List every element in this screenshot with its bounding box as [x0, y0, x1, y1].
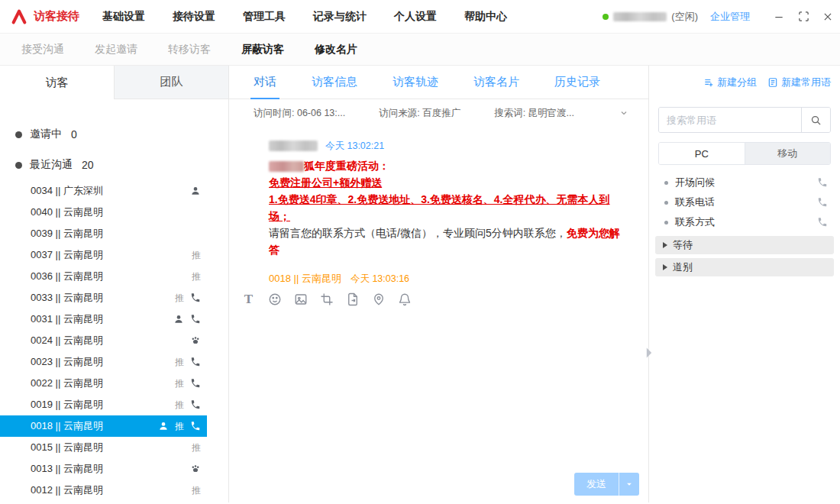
send-options-caret[interactable]	[619, 473, 639, 496]
emoji-icon[interactable]	[267, 292, 282, 307]
visitor-row[interactable]: 0040 || 云南昆明	[0, 202, 207, 223]
new-group-link[interactable]: 新建分组	[703, 76, 757, 89]
quick-send-phone-icon[interactable]	[817, 217, 828, 228]
chevron-down-icon[interactable]	[619, 108, 628, 118]
visitor-row[interactable]: 0019 || 云南昆明 推	[0, 394, 207, 415]
phrase-item[interactable]: 联系电话	[649, 192, 840, 212]
maximize-button[interactable]	[791, 5, 816, 29]
visitor-row[interactable]: 0022 || 云南昆明 推	[0, 373, 207, 394]
location-icon[interactable]	[371, 292, 386, 307]
visitor-row[interactable]: 0013 || 云南昆明	[0, 458, 207, 480]
person-icon	[190, 186, 201, 196]
new-phrase-link[interactable]: 新建常用语	[767, 76, 831, 89]
tab-visitor-info[interactable]: 访客信息	[312, 66, 357, 99]
phrase-item[interactable]: 开场问候	[649, 173, 840, 192]
tab-pc[interactable]: PC	[659, 143, 745, 164]
visitor-row[interactable]: 0024 || 云南昆明	[0, 330, 207, 351]
message-input[interactable]	[229, 313, 648, 466]
visitor-row[interactable]: 0037 || 云南昆明 推	[0, 244, 207, 266]
visitor-label: 0036 || 云南昆明	[31, 270, 186, 283]
category-recent[interactable]: 最近沟通 20	[0, 150, 207, 180]
phrase-group-waiting[interactable]: 等待	[655, 236, 834, 254]
phrase-group-farewell[interactable]: 道别	[655, 258, 834, 276]
screenshot-icon[interactable]	[319, 292, 334, 307]
visitor-row[interactable]: 0034 || 广东深圳	[0, 180, 207, 202]
send-button[interactable]: 发送	[574, 473, 619, 496]
action-toolbar: 接受沟通 发起邀请 转移访客 屏蔽访客 修改名片	[0, 34, 840, 66]
tab-history[interactable]: 历史记录	[554, 66, 600, 99]
push-badge: 推	[192, 249, 201, 262]
tab-conversation[interactable]: 对话	[254, 66, 276, 99]
push-badge: 推	[192, 484, 201, 497]
phone-icon	[190, 357, 201, 367]
agent-status[interactable]: (空闲)	[603, 10, 698, 24]
edit-card-button[interactable]: 修改名片	[315, 43, 357, 57]
visitor-row[interactable]: 0031 || 云南昆明	[0, 309, 207, 330]
nav-personal-settings[interactable]: 个人设置	[394, 10, 437, 24]
quick-send-phone-icon[interactable]	[817, 197, 828, 208]
visitor-row[interactable]: 0039 || 云南昆明	[0, 223, 207, 244]
transfer-visitor-button[interactable]: 转移访客	[168, 43, 211, 57]
visitor-row[interactable]: 0033 || 云南昆明 推	[0, 287, 207, 309]
quick-reply-panel: 新建分组 新建常用语 PC 移动 开场问候	[649, 66, 840, 502]
message-header: 今天 13:02:21	[269, 137, 625, 154]
chat-tabs: 对话 访客信息 访客轨迹 访客名片 历史记录	[229, 66, 648, 99]
nav-help-center[interactable]: 帮助中心	[464, 10, 507, 24]
nav-basic-settings[interactable]: 基础设置	[102, 10, 145, 24]
minimize-button[interactable]	[767, 5, 791, 29]
phone-icon	[190, 292, 201, 303]
push-badge: 推	[192, 441, 201, 454]
visitor-label: 0019 || 云南昆明	[31, 398, 169, 412]
collapsed-triangle-icon	[663, 242, 667, 248]
person-icon	[173, 314, 184, 325]
message-time: 今天 13:03:16	[351, 270, 409, 286]
nav-records-stats[interactable]: 记录与统计	[313, 10, 367, 24]
promo-line: 免费注册公司+额外赠送	[269, 174, 625, 191]
quick-send-phone-icon[interactable]	[817, 177, 828, 188]
tab-visitor-card[interactable]: 访客名片	[473, 66, 519, 99]
tab-visitors[interactable]: 访客	[0, 66, 114, 99]
tab-mobile[interactable]: 移动	[745, 143, 831, 164]
bullet-icon	[664, 201, 668, 205]
image-icon[interactable]	[293, 292, 308, 307]
sender-name-redacted	[269, 141, 318, 151]
accept-chat-button[interactable]: 接受沟通	[21, 43, 64, 57]
visitor-row[interactable]: 0015 || 云南昆明 推	[0, 437, 207, 458]
phrase-item[interactable]: 联系方式	[649, 212, 840, 232]
visitor-panel: 访客 团队 邀请中 0 最近沟通 20 0034 || 广东深圳 0040 ||…	[0, 66, 229, 502]
promo-line: 1.免费送4印章、2.免费送地址、3.免费送核名、4.全程代办、无需本人到场；	[269, 191, 625, 225]
font-style-icon[interactable]: T	[241, 292, 256, 307]
message-header: 0018 || 云南昆明 今天 13:03:16	[269, 270, 625, 286]
visitor-row[interactable]: 0012 || 云南昆明 推	[0, 480, 207, 501]
category-inviting[interactable]: 邀请中 0	[0, 119, 207, 150]
tab-visitor-track[interactable]: 访客轨迹	[393, 66, 438, 99]
visitor-label: 0023 || 云南昆明	[31, 355, 169, 369]
send-file-icon[interactable]	[345, 292, 360, 307]
push-badge: 推	[192, 270, 201, 283]
push-badge: 推	[175, 420, 184, 433]
enterprise-manage-link[interactable]: 企业管理	[710, 10, 750, 24]
send-button-group: 发送	[574, 473, 639, 496]
push-badge: 推	[175, 356, 184, 369]
phrase-search-input[interactable]	[659, 108, 801, 132]
push-badge: 推	[175, 399, 184, 412]
panel-collapse-arrow-icon[interactable]	[645, 347, 653, 359]
tab-team[interactable]: 团队	[114, 66, 228, 99]
search-button[interactable]	[801, 108, 830, 132]
visitor-label: 0033 || 云南昆明	[31, 291, 169, 305]
alarm-icon[interactable]	[397, 292, 412, 307]
nav-management-tools[interactable]: 管理工具	[243, 10, 286, 24]
block-visitor-button[interactable]: 屏蔽访客	[241, 43, 284, 57]
close-button[interactable]	[816, 5, 840, 29]
chat-history: 今天 13:02:21 狐年度重磅活动： 免费注册公司+额外赠送 1.免费送4印…	[229, 127, 648, 286]
visitor-row[interactable]: 0036 || 云南昆明 推	[0, 266, 207, 287]
nav-reception-settings[interactable]: 接待设置	[173, 10, 215, 24]
message-body: 狐年度重磅活动： 免费注册公司+额外赠送 1.免费送4印章、2.免费送地址、3.…	[269, 157, 625, 258]
visitor-row-selected[interactable]: 0018 || 云南昆明 推	[0, 415, 207, 437]
visitor-label: 0012 || 云南昆明	[31, 483, 186, 497]
bullet-icon	[664, 181, 668, 185]
paw-icon	[190, 335, 201, 346]
send-invite-button[interactable]: 发起邀请	[95, 43, 137, 57]
redacted-text	[269, 161, 304, 172]
visitor-row[interactable]: 0023 || 云南昆明 推	[0, 351, 207, 373]
